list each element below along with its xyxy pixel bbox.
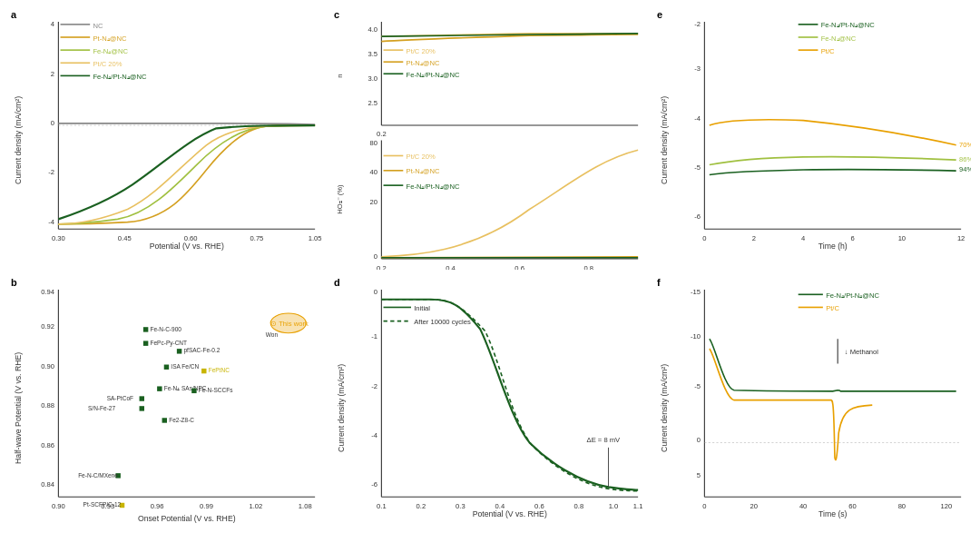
svg-text:Pt/C: Pt/C	[826, 303, 839, 311]
svg-text:0.88: 0.88	[41, 401, 54, 410]
svg-text:Onset Potential (V vs. RHE): Onset Potential (V vs. RHE)	[138, 514, 236, 523]
svg-text:0: 0	[697, 436, 701, 444]
svg-text:Pt/C 20%: Pt/C 20%	[93, 60, 122, 68]
svg-text:Fe-N-C-900: Fe-N-C-900	[151, 325, 182, 331]
svg-text:Pt/C: Pt/C	[821, 47, 835, 55]
svg-rect-15	[61, 24, 91, 25]
svg-text:0.8: 0.8	[583, 264, 593, 270]
svg-text:0.75: 0.75	[250, 234, 264, 242]
svg-text:ISA Fe/CN: ISA Fe/CN	[171, 363, 199, 370]
svg-text:Fe-N-SCCFs: Fe-N-SCCFs	[199, 387, 233, 393]
panel-a-label: a	[11, 9, 16, 20]
svg-text:0.86: 0.86	[41, 441, 54, 449]
svg-text:FePc-Py-CNT: FePc-Py-CNT	[151, 340, 188, 347]
panel-d-label: d	[334, 277, 340, 288]
svg-text:Fe-N₄/Pt-N₄@NC: Fe-N₄/Pt-N₄@NC	[407, 183, 460, 191]
svg-text:Pt-N₄@NC: Pt-N₄@NC	[407, 167, 440, 175]
svg-text:Fe-N-C/MXene: Fe-N-C/MXene	[78, 471, 118, 478]
panel-d: d Current density (mA/cm²) Potential (V …	[330, 275, 650, 533]
svg-text:1.08: 1.08	[299, 502, 312, 510]
svg-text:↓ Methanol: ↓ Methanol	[845, 347, 879, 355]
svg-rect-99	[143, 341, 148, 345]
svg-text:0.6: 0.6	[514, 264, 524, 270]
svg-text:0.90: 0.90	[41, 362, 54, 370]
svg-text:Fe-N₄@NC: Fe-N₄@NC	[821, 35, 857, 43]
svg-text:-6: -6	[694, 212, 701, 221]
svg-text:-3: -3	[694, 64, 701, 73]
svg-text:⊙ This work: ⊙ This work	[270, 320, 309, 328]
svg-text:Current density (mA/cm²): Current density (mA/cm²)	[660, 364, 669, 452]
svg-text:80: 80	[898, 502, 906, 510]
svg-text:SA-PtCoF: SA-PtCoF	[107, 394, 133, 400]
svg-text:0.84: 0.84	[41, 480, 55, 489]
svg-text:n: n	[336, 74, 344, 78]
svg-text:HO₂⁻ (%): HO₂⁻ (%)	[336, 184, 344, 214]
svg-text:Current density (mA/cm²): Current density (mA/cm²)	[337, 364, 346, 452]
svg-text:-10: -10	[691, 332, 701, 341]
svg-text:0: 0	[51, 119, 54, 127]
svg-rect-97	[143, 327, 148, 331]
svg-text:After 10000 cycles: After 10000 cycles	[414, 318, 471, 326]
svg-rect-21	[61, 62, 91, 64]
svg-rect-19	[61, 49, 91, 51]
svg-text:-2: -2	[694, 20, 701, 28]
svg-text:Potential (V vs. RHE): Potential (V vs. RHE)	[150, 242, 224, 251]
svg-text:0.94: 0.94	[41, 288, 55, 296]
panel-f-chart: Current density (mA/cm²) Time (s) -15 -1…	[655, 279, 971, 533]
svg-text:Fe-N₄/Pt-N₄@NC: Fe-N₄/Pt-N₄@NC	[93, 73, 146, 81]
svg-rect-49	[384, 184, 404, 186]
svg-text:0.4: 0.4	[446, 264, 456, 270]
panel-a: a Current density (mA/cm²) Potential (V …	[7, 7, 327, 271]
svg-text:-4: -4	[48, 218, 55, 226]
figure-container: a Current density (mA/cm²) Potential (V …	[0, 0, 980, 533]
svg-text:4: 4	[51, 20, 55, 28]
svg-text:Won: Won	[266, 331, 279, 338]
svg-rect-105	[140, 406, 144, 410]
panel-c: c n 4.0 3.5 3.0 2.5 Pt/C 20% Pt-N₄@NC Fe…	[330, 7, 650, 271]
svg-text:-6: -6	[371, 480, 377, 489]
svg-text:1.05: 1.05	[309, 234, 322, 242]
svg-text:S/N-Fe-27: S/N-Fe-27	[88, 404, 115, 410]
svg-text:0.99: 0.99	[200, 502, 213, 510]
svg-text:20: 20	[370, 198, 377, 206]
panel-c-label: c	[334, 9, 339, 20]
svg-text:-5: -5	[694, 163, 701, 172]
svg-rect-23	[61, 75, 91, 77]
svg-text:pfSAC-Fe-0.2: pfSAC-Fe-0.2	[183, 347, 220, 354]
svg-text:20: 20	[750, 502, 758, 510]
svg-text:ΔE = 8 mV: ΔE = 8 mV	[587, 436, 622, 444]
svg-rect-34	[384, 61, 404, 63]
panel-e-chart: Current density (mA/cm²) Time (h) -2 -3 …	[655, 11, 971, 270]
svg-rect-117	[201, 369, 206, 373]
panel-e-label: e	[657, 9, 662, 20]
panel-e: e Current density (mA/cm²) Time (h) -2 -…	[653, 7, 973, 271]
svg-text:2: 2	[51, 70, 54, 78]
svg-text:60: 60	[848, 502, 856, 510]
svg-rect-101	[157, 386, 162, 390]
svg-text:1.1: 1.1	[633, 502, 643, 510]
svg-text:0: 0	[374, 252, 377, 261]
svg-rect-79	[799, 49, 818, 51]
svg-text:-5: -5	[694, 381, 701, 390]
svg-text:Pt-N₄@NC: Pt-N₄@NC	[93, 35, 126, 43]
panel-b: b Half-wave Potential (V vs. RHE) Onset …	[7, 275, 327, 533]
svg-rect-77	[799, 36, 818, 38]
svg-text:40: 40	[799, 502, 807, 510]
svg-text:4: 4	[801, 234, 806, 242]
svg-text:80: 80	[370, 139, 377, 147]
svg-text:NC: NC	[93, 22, 103, 30]
svg-text:10: 10	[898, 234, 906, 242]
svg-rect-119	[191, 388, 196, 392]
svg-text:0.1: 0.1	[377, 502, 387, 510]
svg-text:-4: -4	[371, 431, 378, 439]
svg-text:6: 6	[850, 234, 854, 242]
svg-text:FePtNC: FePtNC	[209, 367, 230, 373]
svg-text:Current density (mA/cm²): Current density (mA/cm²)	[660, 96, 669, 184]
svg-text:0: 0	[374, 288, 377, 296]
svg-rect-75	[799, 24, 818, 25]
svg-text:0.90: 0.90	[52, 502, 65, 510]
svg-text:Pt/C 20%: Pt/C 20%	[407, 47, 436, 55]
svg-text:Pt-SCFP/C-12: Pt-SCFP/C-12	[83, 501, 122, 508]
svg-text:Fe-N₄/Pt-N₄@NC: Fe-N₄/Pt-N₄@NC	[821, 21, 875, 29]
svg-text:0: 0	[702, 502, 706, 510]
